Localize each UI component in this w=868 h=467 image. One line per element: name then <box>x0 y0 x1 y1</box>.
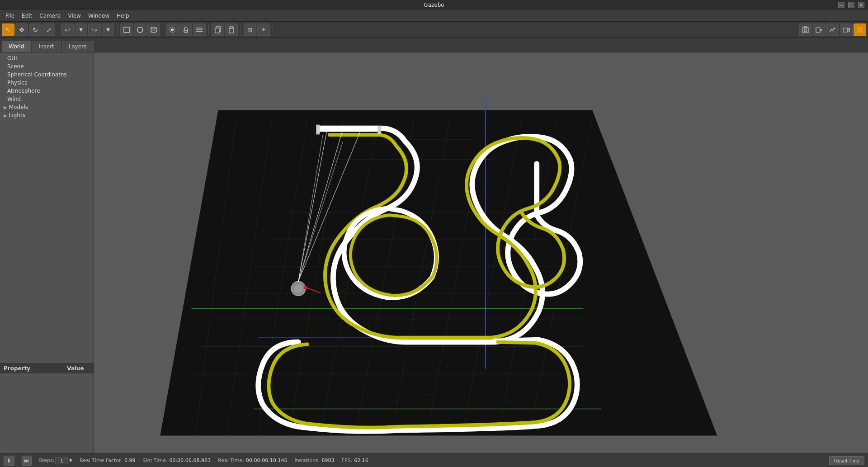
fps-label: FPS: <box>342 458 353 463</box>
menu-help[interactable]: Help <box>113 12 132 20</box>
svg-line-12 <box>174 31 175 32</box>
svg-rect-70 <box>316 125 320 135</box>
svg-marker-28 <box>821 29 822 31</box>
screenshot-button[interactable] <box>799 24 812 36</box>
value-col-label: Value <box>67 365 84 372</box>
lights-arrow-icon: ▶ <box>4 113 7 118</box>
menu-window[interactable]: Window <box>85 12 113 20</box>
box-shape-button[interactable] <box>120 24 133 36</box>
svg-point-16 <box>184 31 188 33</box>
sphere-shape-button[interactable] <box>134 24 146 36</box>
svg-rect-23 <box>230 27 233 28</box>
svg-rect-71 <box>377 126 381 134</box>
menu-camera[interactable]: Camera <box>36 12 64 20</box>
simtime-label: Sim Time: <box>143 458 168 463</box>
separator-5 <box>241 24 241 35</box>
separator-6 <box>273 24 273 35</box>
models-arrow-icon: ▶ <box>4 105 7 110</box>
record-button[interactable] <box>813 24 826 36</box>
svg-line-14 <box>170 31 171 32</box>
svg-rect-29 <box>843 28 848 32</box>
svg-rect-31 <box>857 27 863 33</box>
translate-tool-button[interactable]: ✥ <box>15 24 28 36</box>
steps-dropdown[interactable]: ▼ <box>69 458 72 463</box>
realtime-value: 00:00:00:10.146 <box>246 458 288 463</box>
menu-edit[interactable]: Edit <box>18 12 36 20</box>
paste-button[interactable] <box>225 24 238 36</box>
realtime-item: Real Time: 00:00:00:10.146 <box>218 458 287 463</box>
spot-light-button[interactable] <box>179 24 192 36</box>
toolbar: ↖ ✥ ↻ ⤢ ↩ ▼ ↪ ▼ ⊞ ⌖ <box>0 22 868 38</box>
cylinder-shape-button[interactable] <box>147 24 160 36</box>
iterations-value: 8983 <box>322 458 335 463</box>
svg-line-13 <box>174 28 175 28</box>
tree-item-models-label: Models <box>9 104 28 110</box>
svg-point-5 <box>151 31 156 33</box>
property-col-label: Property <box>4 365 49 372</box>
separator-1 <box>58 24 58 35</box>
property-panel: Property Value <box>0 363 94 453</box>
undo-dropdown-button[interactable]: ▼ <box>75 24 87 36</box>
svg-point-63 <box>294 284 303 293</box>
directional-light-button[interactable] <box>193 24 206 36</box>
menu-bar: File Edit Camera View Window Help <box>0 10 868 22</box>
tab-insert[interactable]: Insert <box>32 41 61 52</box>
tree-item-spherical-coordinates[interactable]: Spherical Coordinates <box>0 71 94 79</box>
tabs-row: World Insert Layers <box>0 38 868 52</box>
snap-button[interactable]: ⌖ <box>257 24 270 36</box>
tree-item-physics[interactable]: Physics <box>0 79 94 87</box>
copy-button[interactable] <box>212 24 224 36</box>
status-bar: ⏸ ⏭ Steps: ▼ Real Time Factor: 0.99 Sim … <box>0 453 868 467</box>
main-container: GUI Scene Spherical Coordinates Physics … <box>0 52 868 453</box>
restore-button[interactable]: □ <box>848 2 854 8</box>
minimize-button[interactable]: ─ <box>838 2 844 8</box>
tree-item-atmosphere[interactable]: Atmosphere <box>0 87 94 95</box>
pause-button[interactable]: ⏸ <box>4 456 14 466</box>
step-button[interactable]: ⏭ <box>22 456 32 466</box>
steps-input[interactable] <box>55 457 68 464</box>
svg-rect-0 <box>124 27 129 33</box>
video-button[interactable] <box>840 24 853 36</box>
realtime-label: Real Time: <box>218 458 244 463</box>
tree-item-models[interactable]: ▶ Models <box>0 103 94 111</box>
tree-item-scene[interactable]: Scene <box>0 62 94 71</box>
svg-point-6 <box>171 28 174 31</box>
align-button[interactable]: ⊞ <box>244 24 256 36</box>
tree-view: GUI Scene Spherical Coordinates Physics … <box>0 52 94 363</box>
rtf-label: Real Time Factor: <box>80 458 123 463</box>
menu-view[interactable]: View <box>64 12 84 20</box>
viewport[interactable] <box>94 52 868 453</box>
rtf-value: 0.99 <box>124 458 136 463</box>
iterations-item: Iterations: 8983 <box>294 458 334 463</box>
tab-world[interactable]: World <box>2 41 31 52</box>
reset-time-button[interactable]: Reset Time <box>829 456 864 465</box>
active-tool-button[interactable] <box>854 24 866 36</box>
svg-rect-27 <box>816 28 820 33</box>
rotate-tool-button[interactable]: ↻ <box>29 24 42 36</box>
tree-item-wind[interactable]: Wind <box>0 95 94 103</box>
redo-dropdown-button[interactable]: ▼ <box>102 24 114 36</box>
undo-button[interactable]: ↩ <box>61 24 74 36</box>
svg-rect-21 <box>215 28 219 33</box>
fps-item: FPS: 62.16 <box>342 458 368 463</box>
select-tool-button[interactable]: ↖ <box>2 24 14 36</box>
svg-line-11 <box>170 28 171 28</box>
title-bar-title: Gazebo <box>424 2 444 8</box>
scale-tool-button[interactable]: ⤢ <box>42 24 55 36</box>
tab-layers[interactable]: Layers <box>62 41 94 52</box>
tree-item-gui[interactable]: GUI <box>0 54 94 62</box>
close-button[interactable]: ✕ <box>858 2 864 8</box>
simtime-item: Sim Time: 00:00:00:08.983 <box>143 458 211 463</box>
steps-control: Steps: ▼ <box>39 457 72 464</box>
svg-point-25 <box>804 29 807 32</box>
point-light-button[interactable] <box>166 24 179 36</box>
svg-point-2 <box>151 27 156 29</box>
separator-4 <box>208 24 209 35</box>
property-header: Property Value <box>0 363 94 373</box>
redo-button[interactable]: ↪ <box>88 24 101 36</box>
svg-marker-30 <box>848 28 849 32</box>
tree-item-lights[interactable]: ▶ Lights <box>0 111 94 119</box>
plot-button[interactable] <box>826 24 839 36</box>
iterations-label: Iterations: <box>294 458 320 463</box>
menu-file[interactable]: File <box>2 12 18 20</box>
